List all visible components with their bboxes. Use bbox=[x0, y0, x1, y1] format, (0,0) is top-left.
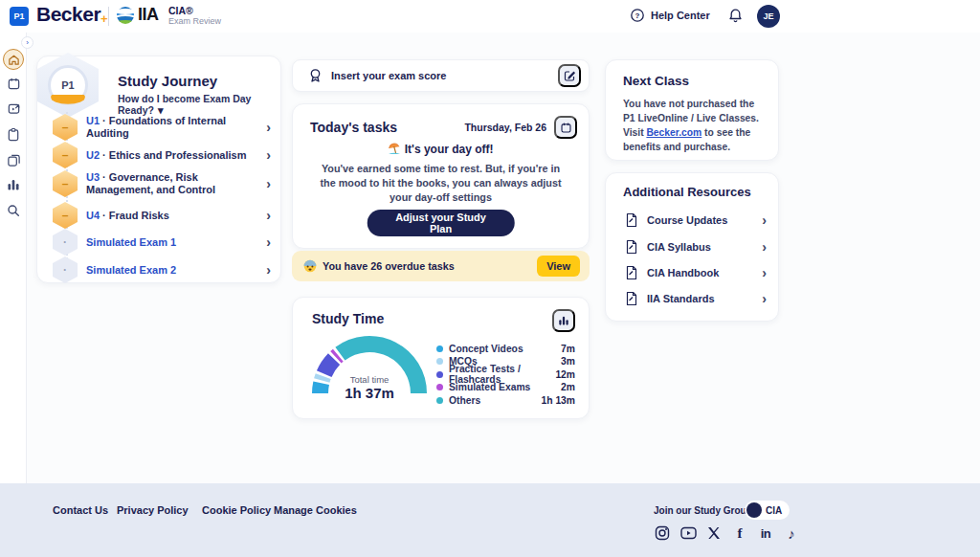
journey-item-u1[interactable]: – U1Foundations of Internal Auditing bbox=[53, 114, 271, 141]
chevron-right-icon bbox=[762, 212, 767, 228]
resource-cia-handbook[interactable]: CIA Handbook bbox=[625, 265, 767, 280]
journey-item-sim-exam-1[interactable]: · Simulated Exam 1 bbox=[53, 229, 271, 256]
exam-score-label: Insert your exam score bbox=[331, 70, 558, 81]
chevron-right-icon bbox=[762, 291, 767, 306]
sidebar-item-lessons[interactable] bbox=[3, 98, 24, 119]
sidebar-expand-button[interactable]: › bbox=[21, 36, 33, 49]
next-class-title: Next Class bbox=[623, 74, 689, 88]
todays-tasks-title: Today's tasks bbox=[310, 120, 464, 135]
x-twitter-icon[interactable] bbox=[705, 524, 723, 542]
youtube-icon[interactable] bbox=[679, 524, 697, 542]
footer: Contact Us Privacy Policy Cookie Policy … bbox=[0, 483, 980, 557]
legend-dot bbox=[436, 397, 443, 404]
medal-icon bbox=[308, 68, 323, 83]
iia-logo: IIA bbox=[116, 5, 159, 25]
chevron-right-icon bbox=[266, 147, 271, 163]
instagram-icon[interactable] bbox=[654, 524, 671, 542]
home-icon bbox=[8, 54, 20, 66]
document-icon bbox=[625, 239, 638, 255]
header-divider bbox=[108, 7, 109, 26]
course-title: CIA® Exam Review bbox=[168, 6, 221, 27]
becker-com-link[interactable]: Becker.com bbox=[646, 127, 702, 138]
footer-link-cookie-policy[interactable]: Cookie Policy bbox=[202, 504, 271, 516]
cia-study-group-pill[interactable]: f CIA bbox=[745, 501, 790, 520]
tiktok-icon[interactable]: ♪ bbox=[783, 524, 800, 542]
day-off-message: You've earned some time to rest. But, if… bbox=[318, 162, 564, 205]
sidebar-item-search[interactable] bbox=[3, 200, 24, 221]
chevron-right-icon bbox=[266, 176, 271, 191]
legend-item: Others1h 13m bbox=[436, 395, 575, 406]
sidebar-item-planner[interactable] bbox=[3, 73, 24, 94]
svg-text:?: ? bbox=[635, 11, 640, 20]
unit-status-icon: – bbox=[53, 114, 78, 141]
footer-link-privacy-policy[interactable]: Privacy Policy bbox=[117, 504, 189, 516]
chevron-right-icon bbox=[266, 208, 271, 223]
part-badge: P1 bbox=[10, 7, 29, 26]
unit-status-icon: – bbox=[53, 142, 78, 168]
social-links: f in ♪ bbox=[654, 524, 800, 542]
journey-item-label: Simulated Exam 2 bbox=[86, 264, 262, 277]
resource-iia-standards[interactable]: IIA Standards bbox=[625, 291, 767, 306]
journey-item-sim-exam-2[interactable]: · Simulated Exam 2 bbox=[53, 256, 271, 283]
chevron-right-icon bbox=[266, 120, 271, 135]
additional-resources-title: Additional Resources bbox=[623, 185, 751, 199]
sidebar-item-tasks[interactable] bbox=[3, 123, 24, 145]
study-time-gauge: Total time 1h 37m bbox=[310, 332, 429, 407]
additional-resources-card: Additional Resources Course Updates CIA … bbox=[605, 172, 779, 322]
exam-score-bar: Insert your exam score bbox=[292, 59, 590, 92]
study-journey-title: Study Journey bbox=[118, 73, 217, 89]
view-overdue-button[interactable]: View bbox=[537, 256, 580, 277]
chevron-right-icon bbox=[266, 262, 271, 278]
journey-item-label: U3Governance, Risk Management, and Contr… bbox=[86, 171, 262, 196]
search-icon bbox=[7, 204, 20, 217]
study-time-report-button[interactable] bbox=[552, 309, 575, 332]
help-center-button[interactable]: ? Help Center bbox=[630, 8, 710, 23]
journey-item-u4[interactable]: – U4Fraud Risks bbox=[53, 202, 271, 229]
open-calendar-button[interactable] bbox=[554, 116, 577, 139]
flashcards-icon bbox=[7, 153, 21, 167]
facebook-icon[interactable]: f bbox=[731, 524, 748, 542]
chevron-right-icon bbox=[762, 239, 767, 255]
gauge-total: Total time 1h 37m bbox=[310, 374, 429, 401]
journey-item-u2[interactable]: – U2Ethics and Professionalism bbox=[53, 142, 271, 168]
sidebar-item-reports[interactable] bbox=[3, 174, 24, 195]
edit-score-button[interactable] bbox=[558, 64, 581, 87]
notifications-bell-icon[interactable] bbox=[727, 8, 744, 28]
app: P1 Becker+ IIA CIA® Exam Review ? bbox=[0, 0, 980, 557]
sidebar-item-flashcards[interactable] bbox=[3, 149, 24, 170]
document-icon bbox=[625, 291, 638, 306]
becker-plus-icon: + bbox=[100, 11, 107, 26]
current-date: Thursday, Feb 26 bbox=[464, 122, 546, 133]
journey-item-u3[interactable]: – U3Governance, Risk Management, and Con… bbox=[53, 170, 271, 197]
clipboard-icon bbox=[7, 127, 20, 142]
footer-link-manage-cookies[interactable]: Manage Cookies bbox=[274, 504, 357, 516]
legend-dot bbox=[436, 384, 443, 390]
calendar-icon bbox=[7, 77, 21, 91]
study-time-card: Study Time Total time 1h 37m Concept Vid… bbox=[292, 297, 590, 419]
locked-status-icon: · bbox=[53, 256, 78, 283]
footer-link-contact-us[interactable]: Contact Us bbox=[53, 504, 108, 516]
sidebar bbox=[0, 33, 27, 483]
user-avatar[interactable]: JE bbox=[757, 5, 780, 28]
linkedin-icon[interactable]: in bbox=[757, 524, 774, 542]
beach-emoji-icon bbox=[388, 143, 401, 155]
resource-course-updates[interactable]: Course Updates bbox=[625, 212, 767, 228]
journey-item-label: Simulated Exam 1 bbox=[86, 236, 262, 249]
study-journey-card: P1 Study Journey How do I become Exam Da… bbox=[36, 56, 281, 283]
sidebar-item-home[interactable] bbox=[3, 49, 24, 70]
becker-logo: Becker+ bbox=[36, 3, 107, 26]
day-off-headline: It's your day off! bbox=[293, 143, 589, 156]
locked-status-icon: · bbox=[53, 229, 78, 256]
legend-dot bbox=[436, 371, 443, 378]
unit-status-icon: – bbox=[53, 170, 78, 197]
help-icon: ? bbox=[630, 8, 645, 23]
legend-dot bbox=[436, 358, 443, 365]
worried-emoji-icon bbox=[303, 259, 317, 273]
bar-chart-icon bbox=[558, 315, 569, 326]
resource-cia-syllabus[interactable]: CIA Syllabus bbox=[625, 239, 767, 255]
adjust-study-plan-button[interactable]: Adjust your Study Plan bbox=[367, 210, 515, 236]
unit-status-icon: – bbox=[53, 202, 78, 229]
study-time-legend: Concept Videos7m MCQs3m Practice Tests /… bbox=[436, 344, 575, 406]
edit-icon bbox=[564, 70, 576, 82]
top-header: P1 Becker+ IIA CIA® Exam Review ? bbox=[0, 0, 980, 33]
